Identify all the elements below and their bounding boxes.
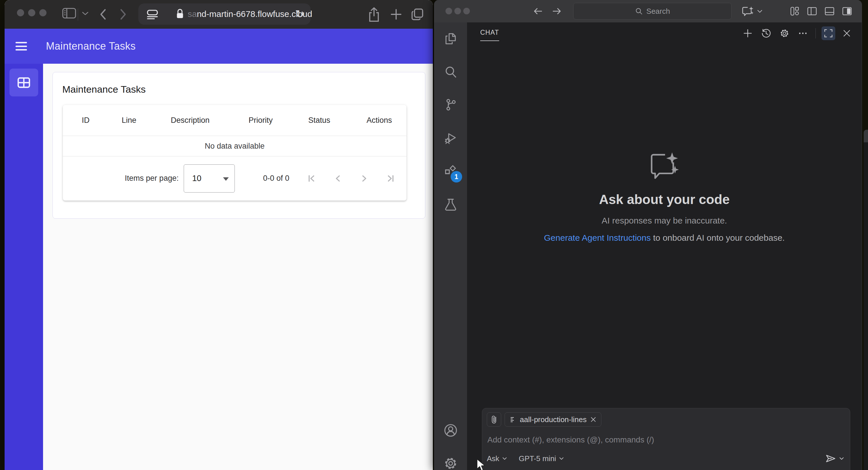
context-chip[interactable]: aall-production-lines	[505, 412, 601, 427]
maintenance-tasks-card: Maintenance Tasks ID Line Description Pr…	[53, 72, 425, 219]
link-suffix: to onboard AI onto your codebase.	[651, 233, 785, 243]
url-dim-prefix: sa	[188, 9, 197, 19]
new-tab-icon[interactable]	[390, 8, 402, 21]
dashboard-appbar: Maintenance Tasks	[5, 29, 433, 64]
actions-separator	[815, 28, 816, 38]
items-per-page-label: Items per page:	[125, 174, 179, 183]
split-editor-icon[interactable]	[805, 5, 818, 18]
testing-icon[interactable]	[443, 196, 459, 212]
minimize-window-button[interactable]	[28, 9, 35, 17]
tab-overview-icon[interactable]	[410, 7, 424, 21]
model-picker[interactable]: GPT-5 mini	[519, 454, 564, 463]
tab-chat[interactable]: CHAT	[480, 29, 499, 41]
settings-gear-icon[interactable]	[443, 456, 459, 470]
composer-toolbar: Ask GPT-5 mini	[487, 453, 844, 463]
sidebar-toggle-icon[interactable]	[62, 7, 76, 20]
chat-sparkle-icon	[649, 152, 680, 181]
col-id[interactable]: ID	[82, 116, 122, 125]
mouse-cursor	[476, 459, 487, 470]
extensions-icon[interactable]: 1	[443, 163, 459, 180]
zoom-window-button[interactable]	[463, 8, 470, 14]
chevron-down-icon[interactable]	[82, 11, 89, 16]
mode-picker[interactable]: Ask	[487, 454, 507, 463]
empty-state-row: No data available	[63, 136, 406, 156]
table-grid-icon	[17, 77, 30, 88]
search-icon[interactable]	[443, 64, 459, 80]
chevron-down-icon[interactable]	[839, 457, 844, 461]
attach-context-button[interactable]	[487, 412, 501, 427]
model-label: GPT-5 mini	[519, 454, 556, 463]
next-page-icon[interactable]	[359, 173, 369, 184]
menu-icon[interactable]	[16, 42, 27, 51]
col-description[interactable]: Description	[171, 116, 249, 125]
chat-panel: CHAT	[467, 22, 862, 470]
back-icon[interactable]	[98, 7, 108, 22]
activity-bar: 1	[434, 22, 467, 470]
chat-settings-gear-icon[interactable]	[778, 26, 792, 40]
vscode-window: Search	[434, 0, 862, 470]
toggle-secondary-sidebar-icon[interactable]	[840, 5, 854, 18]
chat-input[interactable]: Add context (#), extensions (@), command…	[487, 435, 845, 444]
context-row: aall-production-lines	[487, 412, 845, 427]
copilot-menu[interactable]	[742, 6, 763, 17]
chevron-down-icon	[756, 9, 763, 14]
run-debug-icon[interactable]	[443, 130, 459, 146]
send-controls	[825, 453, 844, 463]
items-per-page-select[interactable]: 10	[184, 164, 235, 192]
command-center-search[interactable]: Search	[573, 3, 732, 20]
col-line[interactable]: Line	[122, 116, 171, 125]
pagination-controls	[307, 173, 395, 184]
last-page-icon[interactable]	[384, 173, 395, 184]
close-window-button[interactable]	[445, 8, 452, 14]
chat-history-icon[interactable]	[759, 26, 773, 40]
accounts-icon[interactable]	[443, 422, 459, 438]
chat-composer[interactable]: aall-production-lines Add context (#), e…	[482, 408, 850, 470]
customize-layout-icon[interactable]	[788, 5, 801, 18]
close-panel-icon[interactable]	[840, 26, 854, 40]
reload-icon[interactable]: ↻	[295, 8, 304, 20]
explorer-icon[interactable]	[443, 31, 459, 47]
empty-state-subtitle: AI responses may be inaccurate.	[601, 216, 727, 225]
desktop-edge	[862, 0, 868, 470]
dashboard-body: Maintenance Tasks ID Line Description Pr…	[5, 64, 433, 470]
table-header-row: ID Line Description Priority Status Acti…	[63, 105, 406, 136]
generate-agent-instructions-link[interactable]: Generate Agent Instructions	[544, 233, 651, 243]
chevron-down-icon	[559, 457, 564, 461]
share-icon[interactable]	[367, 7, 381, 22]
screenshot: sand-martin-6678.flowfuse.cloud ↻ Mainte…	[0, 0, 868, 470]
prev-page-icon[interactable]	[333, 173, 343, 184]
vscode-titlebar: Search	[434, 0, 862, 23]
close-window-button[interactable]	[17, 9, 24, 17]
card-title: Maintenance Tasks	[53, 72, 425, 95]
minimize-window-button[interactable]	[454, 8, 461, 14]
zoom-window-button[interactable]	[39, 9, 46, 17]
col-priority[interactable]: Priority	[249, 116, 308, 125]
first-page-icon[interactable]	[307, 173, 317, 184]
mode-label: Ask	[487, 454, 499, 463]
maximize-panel-icon[interactable]	[822, 26, 835, 40]
source-control-icon[interactable]	[443, 97, 459, 113]
copilot-icon	[742, 6, 754, 17]
address-bar[interactable]: sand-martin-6678.flowfuse.cloud ↻	[138, 3, 311, 25]
select-caret-icon	[223, 177, 229, 181]
col-status[interactable]: Status	[308, 116, 367, 125]
send-icon[interactable]	[825, 453, 836, 463]
table-footer: Items per page: 10 0-0 of 0	[63, 156, 406, 200]
forward-icon[interactable]	[118, 7, 128, 22]
remove-context-icon[interactable]	[590, 416, 596, 422]
sidebar-item-tables[interactable]	[9, 69, 38, 96]
toggle-panel-icon[interactable]	[823, 5, 836, 18]
extensions-badge: 1	[451, 171, 462, 183]
col-actions[interactable]: Actions	[367, 116, 406, 125]
safari-toolbar: sand-martin-6678.flowfuse.cloud ↻	[5, 0, 433, 29]
appbar-title: Maintenance Tasks	[46, 40, 136, 52]
page-size-value: 10	[192, 174, 201, 183]
history-forward-icon[interactable]	[551, 6, 562, 16]
chat-empty-state: Ask about your code AI responses may be …	[467, 152, 862, 243]
more-actions-icon[interactable]	[796, 26, 810, 40]
empty-state-title: Ask about your code	[599, 192, 730, 207]
new-chat-icon[interactable]	[741, 26, 755, 40]
layout-controls	[788, 5, 854, 18]
page-settings-icon[interactable]	[146, 8, 158, 20]
history-back-icon[interactable]	[533, 6, 544, 16]
